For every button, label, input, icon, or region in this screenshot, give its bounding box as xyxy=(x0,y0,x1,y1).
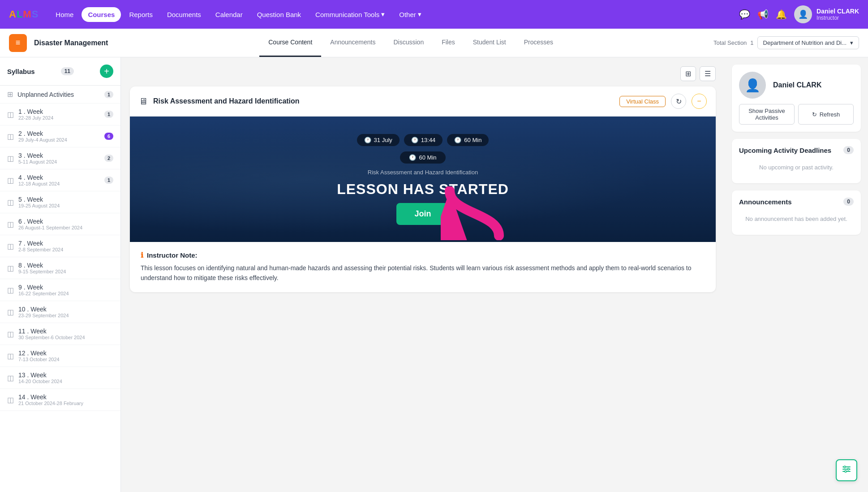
nav-reports[interactable]: Reports xyxy=(123,7,159,22)
sidebar-item-text-8: 8 . Week 9-15 September 2024 xyxy=(18,262,113,274)
banner-pills: 🕐 31 July 🕐 13:44 🕐 60 Min xyxy=(357,134,489,146)
sidebar-item-label-8: 8 . Week xyxy=(18,262,113,269)
logo-s: S xyxy=(32,9,39,20)
sidebar-item-week1[interactable]: ◫ 1 . Week 22-28 July 2024 1 xyxy=(0,104,120,125)
sidebar-item-week9[interactable]: ◫ 9 . Week 16-22 September 2024 xyxy=(0,279,120,301)
user-menu[interactable]: 👤 Daniel CLARK Instructor xyxy=(794,5,859,23)
tab-course-content[interactable]: Course Content xyxy=(259,29,321,57)
layers-icon-3: ◫ xyxy=(7,154,14,163)
filter-icon xyxy=(842,465,851,474)
sidebar-item-week10[interactable]: ◫ 10 . Week 23-29 September 2024 xyxy=(0,301,120,323)
sidebar-item-week4[interactable]: ◫ 4 . Week 12-18 August 2024 1 xyxy=(0,169,120,191)
section-dropdown-value: Department of Nutrition and Di... xyxy=(763,39,847,46)
lesson-card-header: 🖥 Risk Assessment and Hazard Identificat… xyxy=(130,86,716,117)
logo-l: L xyxy=(17,9,23,20)
clock-icon-time: 🕐 xyxy=(411,137,418,143)
grid-view-button[interactable]: ⊞ xyxy=(680,66,696,81)
layers-icon-1: ◫ xyxy=(7,110,14,119)
megaphone-icon-btn[interactable]: 📢 xyxy=(757,9,769,20)
sidebar-item-date-5: 19-25 August 2024 xyxy=(18,203,113,208)
announcements-empty-text: No announcement has been added yet. xyxy=(739,210,854,228)
lesson-banner: 🕐 31 July 🕐 13:44 🕐 60 Min � xyxy=(130,117,716,242)
logo[interactable]: ALMS xyxy=(9,9,39,20)
sidebar-item-label-13: 13 . Week xyxy=(18,371,113,379)
tab-discussion[interactable]: Discussion xyxy=(384,29,433,57)
nav-links: Home Courses Reports Documents Calendar … xyxy=(49,7,735,22)
sidebar-item-text-12: 12 . Week 7-13 October 2024 xyxy=(18,350,113,362)
sidebar-add-button[interactable]: + xyxy=(100,65,113,78)
user-avatar: 👤 xyxy=(794,5,812,23)
svg-point-6 xyxy=(845,470,847,472)
sidebar-title: Syllabus xyxy=(7,68,35,75)
refresh-button[interactable]: ↻ Refresh xyxy=(798,104,854,125)
sidebar-item-text-3: 3 . Week 5-11 August 2024 xyxy=(18,152,100,164)
join-lesson-button[interactable]: Join xyxy=(396,203,449,225)
section-dropdown-chevron: ▾ xyxy=(850,39,853,46)
sidebar-item-label-2: 2 . Week xyxy=(18,130,100,137)
sidebar: Syllabus 11 + ⊞ Unplanned Activities 1 ◫… xyxy=(0,57,121,492)
section-dropdown[interactable]: Department of Nutrition and Di... ▾ xyxy=(757,36,859,49)
nav-communication-tools[interactable]: Communication Tools ▾ xyxy=(309,7,391,22)
sidebar-item-count-2: 6 xyxy=(104,133,113,140)
course-tabs: Course Content Announcements Discussion … xyxy=(115,29,706,57)
sidebar-item-week13[interactable]: ◫ 13 . Week 14-20 October 2024 xyxy=(0,367,120,389)
sidebar-item-date-8: 9-15 September 2024 xyxy=(18,269,113,274)
sidebar-item-text-11: 11 . Week 30 September-6 October 2024 xyxy=(18,328,113,340)
logo-a: A xyxy=(9,9,17,20)
announcements-title: Announcements xyxy=(739,198,792,206)
deadlines-card: Upcoming Activity Deadlines 0 No upcomin… xyxy=(732,139,861,183)
sidebar-item-unplanned[interactable]: ⊞ Unplanned Activities 1 xyxy=(0,86,120,104)
nav-question-bank[interactable]: Question Bank xyxy=(251,7,307,22)
filter-panel-button[interactable] xyxy=(836,459,857,481)
sidebar-item-week3[interactable]: ◫ 3 . Week 5-11 August 2024 2 xyxy=(0,147,120,169)
layers-icon-13: ◫ xyxy=(7,374,14,382)
nav-other[interactable]: Other ▾ xyxy=(393,7,428,22)
sidebar-item-label-11: 11 . Week xyxy=(18,328,113,335)
sidebar-item-week12[interactable]: ◫ 12 . Week 7-13 October 2024 xyxy=(0,345,120,367)
clock-icon-duration: 🕐 xyxy=(454,137,461,143)
list-view-button[interactable]: ☰ xyxy=(700,66,716,81)
user-role: Instructor xyxy=(816,15,859,21)
sidebar-item-label-3: 3 . Week xyxy=(18,152,100,159)
nav-calendar[interactable]: Calendar xyxy=(209,7,249,22)
nav-courses[interactable]: Courses xyxy=(82,7,121,22)
refresh-lesson-button[interactable]: ↻ xyxy=(671,94,686,109)
sidebar-item-week14[interactable]: ◫ 14 . Week 21 October 2024-28 February xyxy=(0,389,120,411)
sidebar-item-text-2: 2 . Week 29 July-4 August 2024 xyxy=(18,130,100,142)
refresh-icon: ↻ xyxy=(812,111,817,118)
sidebar-item-date-14: 21 October 2024-28 February xyxy=(18,401,113,406)
sidebar-item-week6[interactable]: ◫ 6 . Week 26 August-1 September 2024 xyxy=(0,213,120,235)
profile-name: Daniel CLARK xyxy=(773,81,821,89)
sidebar-item-text-14: 14 . Week 21 October 2024-28 February xyxy=(18,393,113,406)
chevron-down-icon-other: ▾ xyxy=(418,10,421,18)
sidebar-item-text-5: 5 . Week 19-25 August 2024 xyxy=(18,196,113,208)
deadlines-title-row: Upcoming Activity Deadlines 0 xyxy=(739,146,854,154)
layers-icon: ⊞ xyxy=(7,90,13,99)
sidebar-item-week5[interactable]: ◫ 5 . Week 19-25 August 2024 xyxy=(0,191,120,213)
layers-icon-7: ◫ xyxy=(7,242,14,250)
layers-icon-10: ◫ xyxy=(7,308,14,316)
profile-avatar: 👤 xyxy=(739,72,766,99)
nav-home[interactable]: Home xyxy=(49,7,80,22)
announcements-count: 0 xyxy=(843,198,854,206)
layers-icon-8: ◫ xyxy=(7,264,14,272)
tab-processes[interactable]: Processes xyxy=(515,29,562,57)
course-icon: ≡ xyxy=(9,34,27,52)
sidebar-item-week7[interactable]: ◫ 7 . Week 2-8 September 2024 xyxy=(0,235,120,257)
nav-documents[interactable]: Documents xyxy=(161,7,207,22)
sidebar-item-text-4: 4 . Week 12-18 August 2024 xyxy=(18,174,100,186)
tab-announcements[interactable]: Announcements xyxy=(321,29,384,57)
bell-icon-btn[interactable]: 🔔 xyxy=(776,9,787,20)
messages-icon-btn[interactable]: 💬 xyxy=(739,9,750,20)
sidebar-item-text-6: 6 . Week 26 August-1 September 2024 xyxy=(18,218,113,230)
tab-files[interactable]: Files xyxy=(433,29,464,57)
sidebar-item-week8[interactable]: ◫ 8 . Week 9-15 September 2024 xyxy=(0,257,120,279)
sidebar-item-week2[interactable]: ◫ 2 . Week 29 July-4 August 2024 6 xyxy=(0,125,120,147)
banner-date-pill: 🕐 31 July xyxy=(357,134,400,146)
sidebar-item-week11[interactable]: ◫ 11 . Week 30 September-6 October 2024 xyxy=(0,323,120,345)
show-passive-activities-button[interactable]: Show Passive Activities xyxy=(739,104,795,125)
layers-icon-5: ◫ xyxy=(7,198,14,207)
tab-student-list[interactable]: Student List xyxy=(464,29,515,57)
minimize-lesson-button[interactable]: − xyxy=(692,94,707,109)
sidebar-count-badge: 11 xyxy=(61,67,74,75)
